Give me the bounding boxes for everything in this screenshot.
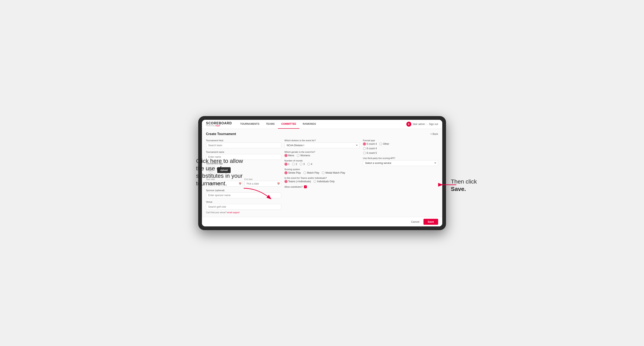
format-other[interactable]: Other — [379, 143, 389, 145]
nav-tournaments[interactable]: TOURNAMENTS — [237, 120, 263, 129]
radio-r1-circle — [284, 163, 288, 166]
tournament-host-label: Tournament Host — [206, 139, 281, 142]
radio-r1-label: 1 — [288, 163, 290, 166]
radio-6count5-circle — [363, 152, 366, 155]
round-2[interactable]: 2 — [292, 163, 297, 166]
venue-input[interactable] — [206, 204, 281, 210]
radio-mens-circle — [284, 154, 288, 157]
gender-womens[interactable]: Womens — [297, 154, 310, 157]
save-button[interactable]: Save — [424, 219, 438, 225]
avatar: B — [406, 122, 411, 127]
substitutes-checkbox-group: Allow substitutes? ✓ — [284, 185, 360, 188]
radio-match-circle — [303, 171, 306, 174]
gender-group: Which gender is the event for? Mens Wome… — [284, 151, 360, 157]
teams-group: Is this event for Teams and/or Individua… — [284, 177, 360, 183]
radio-r4-circle — [307, 163, 310, 166]
format-6count4[interactable]: 6 count 4 — [363, 147, 438, 150]
email-support-link[interactable]: email support — [227, 211, 240, 214]
tournament-host-group: Tournament Host — [206, 139, 281, 148]
page-title: Create Tournament — [206, 132, 236, 136]
format-5count4[interactable]: 5 count 4 — [363, 143, 377, 145]
radio-other-label: Other — [383, 143, 389, 145]
radio-mens-label: Mens — [288, 154, 294, 157]
radio-womens-label: Womens — [300, 154, 310, 157]
rounds-label: Number of rounds — [284, 159, 360, 162]
rounds-radio-group: 1 2 3 — [284, 163, 360, 166]
teams-plus-individuals[interactable]: Teams (+Individuals) — [284, 180, 311, 183]
radio-match-label: Match Play — [307, 171, 319, 174]
end-date-label: End date — [244, 178, 253, 180]
radio-womens-circle — [297, 154, 300, 157]
tournament-host-input[interactable] — [206, 143, 281, 148]
gender-label: Which gender is the event for? — [284, 151, 360, 153]
scoring-api-group: Use third-party live scoring API? Select… — [363, 157, 438, 166]
rounds-group: Number of rounds 1 2 — [284, 159, 360, 166]
scoring-api-label: Use third-party live scoring API? — [363, 157, 438, 159]
arrow-left-indicator — [242, 186, 274, 203]
format-group: Format type 5 count 4 Other — [363, 139, 438, 155]
division-select[interactable]: NCAA Division I — [284, 143, 360, 148]
radio-individuals-circle — [314, 180, 316, 183]
round-1[interactable]: 1 — [284, 163, 290, 166]
scoring-stroke[interactable]: Stroke Play — [284, 171, 301, 174]
radio-5count4-label: 5 count 4 — [367, 143, 377, 145]
individuals-only[interactable]: Individuals Only — [314, 180, 335, 183]
nav-links: TOURNAMENTS TEAMS COMMITTEE RANKINGS — [237, 120, 406, 129]
page-header: Create Tournament < Back — [206, 132, 438, 136]
radio-teams-label: Teams (+Individuals) — [288, 180, 311, 183]
end-date-group: End date 📅 — [244, 177, 281, 187]
radio-stroke-circle — [284, 171, 288, 174]
scoring-label: Scoring system — [284, 168, 360, 171]
venue-hint: Can't find your venue? email support — [206, 211, 281, 214]
calendar-icon-end: 📅 — [277, 182, 280, 185]
format-row-1: 5 count 4 Other — [363, 143, 438, 145]
nav-committee[interactable]: COMMITTEE — [278, 120, 300, 129]
nav-divider: | — [426, 123, 427, 126]
substitutes-checkbox[interactable]: ✓ — [304, 185, 307, 188]
user-name: blair admin — [413, 123, 425, 126]
scoring-radio-group: Stroke Play Match Play Medal Match Play — [284, 171, 360, 174]
teams-label: Is this event for Teams and/or Individua… — [284, 177, 360, 179]
cancel-button[interactable]: Cancel — [409, 219, 422, 224]
substitutes-group: Allow substitutes? ✓ — [284, 185, 360, 188]
format-label: Format type — [363, 139, 438, 142]
radio-r3-label: 3 — [303, 163, 305, 166]
radio-6count4-circle — [363, 147, 366, 150]
radio-r2-circle — [292, 163, 295, 166]
scoring-match[interactable]: Match Play — [303, 171, 319, 174]
annotation-left: Click here to allow the use of substitut… — [196, 157, 244, 187]
radio-teams-circle — [284, 180, 288, 183]
nav-teams[interactable]: TEAMS — [263, 120, 278, 129]
format-6count5[interactable]: 6 count 5 — [363, 152, 438, 155]
nav-rankings[interactable]: RANKINGS — [300, 120, 319, 129]
format-options: 5 count 4 Other 6 count 4 — [363, 143, 438, 155]
round-4[interactable]: 4 — [307, 163, 312, 166]
gender-radio-group: Mens Womens — [284, 154, 360, 157]
radio-individuals-label: Individuals Only — [317, 180, 335, 183]
scoring-medal[interactable]: Medal Match Play — [322, 171, 345, 174]
radio-6count5-label: 6 count 5 — [367, 152, 377, 155]
round-3[interactable]: 3 — [300, 163, 305, 166]
footer-bar: Cancel Save — [202, 217, 442, 226]
radio-other-circle — [379, 143, 382, 145]
end-date-wrapper: 📅 — [244, 181, 281, 187]
gender-mens[interactable]: Mens — [284, 154, 294, 157]
end-date-input[interactable] — [244, 181, 281, 187]
logo-area: SCOREBOARD Powered by clippd — [206, 122, 232, 127]
nav-right: B blair admin | Sign out — [406, 122, 438, 127]
scoring-group: Scoring system Stroke Play Match Play — [284, 168, 360, 174]
radio-5count4-circle — [363, 143, 366, 145]
radio-medal-label: Medal Match Play — [326, 171, 345, 174]
logo-powered: Powered by clippd — [206, 125, 232, 127]
scoring-api-select[interactable]: Select a scoring service — [363, 160, 438, 166]
radio-r3-circle — [300, 163, 302, 166]
arrow-right-indicator — [438, 181, 458, 190]
sign-out-link[interactable]: Sign out — [429, 123, 438, 126]
radio-r4-label: 4 — [311, 163, 312, 166]
form-col-2: Which division is the event for? NCAA Di… — [284, 139, 360, 188]
back-link[interactable]: < Back — [430, 133, 438, 136]
form-col-3: Format type 5 count 4 Other — [363, 139, 438, 166]
substitutes-label: Allow substitutes? — [284, 185, 303, 188]
logo-scoreboard: SCOREBOARD — [206, 122, 232, 125]
tournament-name-label: Tournament name — [206, 151, 281, 153]
